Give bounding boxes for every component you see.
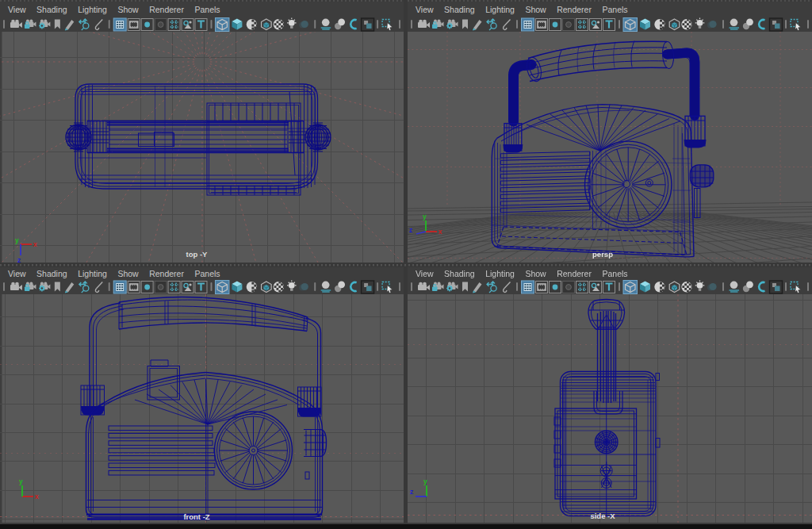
svg-text:y: y bbox=[15, 236, 19, 244]
svg-text:x: x bbox=[35, 493, 39, 500]
svg-text:x: x bbox=[439, 228, 442, 236]
svg-text:front -Z: front -Z bbox=[183, 512, 209, 521]
svg-text:y: y bbox=[19, 477, 23, 485]
svg-text:persp: persp bbox=[592, 250, 613, 259]
svg-text:z: z bbox=[410, 488, 413, 496]
svg-text:side -X: side -X bbox=[590, 512, 615, 520]
svg-text:top -Y: top -Y bbox=[186, 250, 209, 259]
svg-text:y: y bbox=[423, 477, 427, 485]
svg-text:x: x bbox=[33, 240, 37, 248]
svg-text:z: z bbox=[17, 256, 21, 263]
svg-text:y: y bbox=[423, 213, 427, 220]
svg-text:z: z bbox=[409, 226, 412, 234]
